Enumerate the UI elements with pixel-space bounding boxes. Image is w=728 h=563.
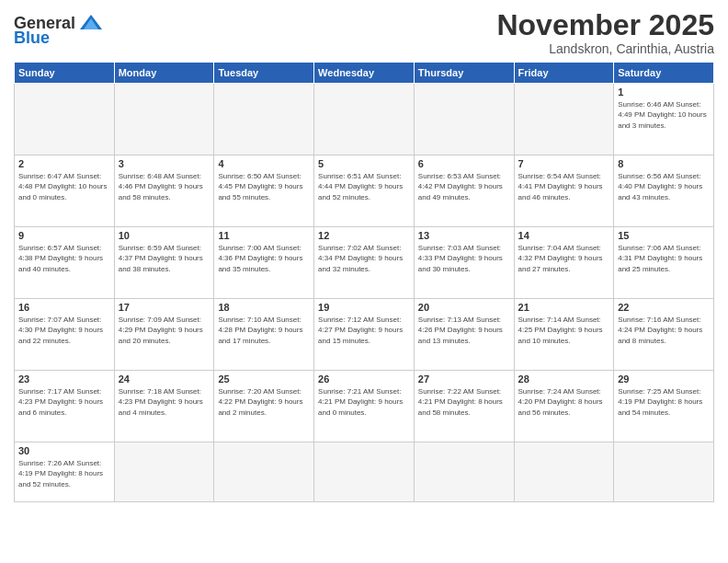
logo: General Blue — [14, 13, 104, 46]
day-number: 2 — [18, 158, 110, 169]
calendar-day: 26Sunrise: 7:21 AM Sunset: 4:21 PM Dayli… — [314, 371, 415, 442]
day-number: 17 — [119, 302, 210, 313]
day-info: Sunrise: 7:21 AM Sunset: 4:21 PM Dayligh… — [318, 386, 410, 418]
day-info: Sunrise: 7:24 AM Sunset: 4:20 PM Dayligh… — [518, 386, 610, 418]
day-number: 18 — [218, 302, 310, 313]
day-number: 6 — [418, 158, 510, 169]
header: General Blue November 2025 Landskron, Ca… — [14, 9, 714, 56]
day-info: Sunrise: 7:10 AM Sunset: 4:28 PM Dayligh… — [218, 315, 310, 346]
day-number: 21 — [518, 302, 610, 313]
day-info: Sunrise: 6:47 AM Sunset: 4:48 PM Dayligh… — [18, 171, 110, 202]
header-saturday: Saturday — [614, 63, 714, 84]
day-number: 14 — [518, 230, 610, 241]
calendar-day: 28Sunrise: 7:24 AM Sunset: 4:20 PM Dayli… — [514, 371, 614, 442]
day-info: Sunrise: 6:57 AM Sunset: 4:38 PM Dayligh… — [18, 243, 110, 274]
header-sunday: Sunday — [15, 63, 115, 84]
day-number: 26 — [318, 373, 410, 385]
day-info: Sunrise: 6:50 AM Sunset: 4:45 PM Dayligh… — [218, 171, 310, 202]
day-number: 11 — [218, 230, 310, 241]
day-number: 28 — [518, 373, 610, 385]
day-info: Sunrise: 7:06 AM Sunset: 4:31 PM Dayligh… — [618, 243, 710, 274]
calendar-day: 8Sunrise: 6:56 AM Sunset: 4:40 PM Daylig… — [614, 155, 714, 227]
day-info: Sunrise: 7:13 AM Sunset: 4:26 PM Dayligh… — [418, 315, 510, 346]
calendar-week-row: 1Sunrise: 6:46 AM Sunset: 4:49 PM Daylig… — [15, 84, 714, 155]
calendar-day: 10Sunrise: 6:59 AM Sunset: 4:37 PM Dayli… — [114, 227, 214, 299]
calendar-day: 30Sunrise: 7:26 AM Sunset: 4:19 PM Dayli… — [15, 442, 115, 502]
calendar-table: Sunday Monday Tuesday Wednesday Thursday… — [14, 62, 714, 502]
day-number: 7 — [518, 158, 610, 169]
day-info: Sunrise: 7:03 AM Sunset: 4:33 PM Dayligh… — [418, 243, 510, 274]
calendar-day: 13Sunrise: 7:03 AM Sunset: 4:33 PM Dayli… — [414, 227, 514, 299]
day-info: Sunrise: 6:48 AM Sunset: 4:46 PM Dayligh… — [119, 171, 210, 202]
header-monday: Monday — [114, 63, 214, 84]
logo-icon — [78, 13, 104, 33]
header-wednesday: Wednesday — [314, 63, 415, 84]
day-info: Sunrise: 7:20 AM Sunset: 4:22 PM Dayligh… — [218, 386, 310, 418]
calendar-day — [114, 84, 214, 155]
day-number: 8 — [618, 158, 710, 169]
day-info: Sunrise: 6:46 AM Sunset: 4:49 PM Dayligh… — [618, 99, 710, 131]
calendar-day: 5Sunrise: 6:51 AM Sunset: 4:44 PM Daylig… — [314, 155, 415, 227]
calendar-day: 4Sunrise: 6:50 AM Sunset: 4:45 PM Daylig… — [214, 155, 314, 227]
header-thursday: Thursday — [414, 63, 514, 84]
day-info: Sunrise: 7:25 AM Sunset: 4:19 PM Dayligh… — [618, 386, 710, 418]
calendar-day — [614, 442, 714, 502]
day-number: 4 — [218, 158, 310, 169]
header-tuesday: Tuesday — [214, 63, 314, 84]
calendar-day: 27Sunrise: 7:22 AM Sunset: 4:21 PM Dayli… — [414, 371, 514, 442]
calendar-day — [314, 84, 415, 155]
day-info: Sunrise: 7:26 AM Sunset: 4:19 PM Dayligh… — [18, 458, 110, 489]
calendar-title: November 2025 — [496, 9, 714, 41]
day-info: Sunrise: 7:14 AM Sunset: 4:25 PM Dayligh… — [518, 315, 610, 346]
day-number: 5 — [318, 158, 410, 169]
calendar-week-row: 23Sunrise: 7:17 AM Sunset: 4:23 PM Dayli… — [15, 371, 714, 442]
day-info: Sunrise: 6:59 AM Sunset: 4:37 PM Dayligh… — [119, 243, 210, 274]
logo-blue: Blue — [14, 29, 50, 46]
day-number: 1 — [618, 86, 710, 98]
calendar-day — [114, 442, 214, 502]
day-info: Sunrise: 6:51 AM Sunset: 4:44 PM Dayligh… — [318, 171, 410, 202]
day-info: Sunrise: 7:18 AM Sunset: 4:23 PM Dayligh… — [119, 386, 210, 418]
day-info: Sunrise: 7:16 AM Sunset: 4:24 PM Dayligh… — [618, 315, 710, 346]
calendar-day: 20Sunrise: 7:13 AM Sunset: 4:26 PM Dayli… — [414, 299, 514, 371]
calendar-day: 22Sunrise: 7:16 AM Sunset: 4:24 PM Dayli… — [614, 299, 714, 371]
calendar-day: 1Sunrise: 6:46 AM Sunset: 4:49 PM Daylig… — [614, 84, 714, 155]
day-number: 9 — [18, 230, 110, 241]
day-info: Sunrise: 6:53 AM Sunset: 4:42 PM Dayligh… — [418, 171, 510, 202]
calendar-day: 24Sunrise: 7:18 AM Sunset: 4:23 PM Dayli… — [114, 371, 214, 442]
calendar-day: 14Sunrise: 7:04 AM Sunset: 4:32 PM Dayli… — [514, 227, 614, 299]
calendar-week-row: 30Sunrise: 7:26 AM Sunset: 4:19 PM Dayli… — [15, 442, 714, 502]
calendar-day: 21Sunrise: 7:14 AM Sunset: 4:25 PM Dayli… — [514, 299, 614, 371]
calendar-week-row: 9Sunrise: 6:57 AM Sunset: 4:38 PM Daylig… — [15, 227, 714, 299]
calendar-day — [414, 442, 514, 502]
day-number: 30 — [18, 445, 110, 456]
calendar-day: 11Sunrise: 7:00 AM Sunset: 4:36 PM Dayli… — [214, 227, 314, 299]
day-number: 22 — [618, 302, 710, 313]
day-info: Sunrise: 7:22 AM Sunset: 4:21 PM Dayligh… — [418, 386, 510, 418]
calendar-day: 12Sunrise: 7:02 AM Sunset: 4:34 PM Dayli… — [314, 227, 415, 299]
calendar-day: 6Sunrise: 6:53 AM Sunset: 4:42 PM Daylig… — [414, 155, 514, 227]
calendar-day: 17Sunrise: 7:09 AM Sunset: 4:29 PM Dayli… — [114, 299, 214, 371]
day-info: Sunrise: 7:04 AM Sunset: 4:32 PM Dayligh… — [518, 243, 610, 274]
day-info: Sunrise: 7:12 AM Sunset: 4:27 PM Dayligh… — [318, 315, 410, 346]
calendar-day: 29Sunrise: 7:25 AM Sunset: 4:19 PM Dayli… — [614, 371, 714, 442]
calendar-subtitle: Landskron, Carinthia, Austria — [496, 41, 714, 56]
title-block: November 2025 Landskron, Carinthia, Aust… — [496, 9, 714, 56]
calendar-day: 18Sunrise: 7:10 AM Sunset: 4:28 PM Dayli… — [214, 299, 314, 371]
day-number: 16 — [18, 302, 110, 313]
day-number: 12 — [318, 230, 410, 241]
calendar-day — [214, 84, 314, 155]
calendar-day — [15, 84, 115, 155]
calendar-day: 15Sunrise: 7:06 AM Sunset: 4:31 PM Dayli… — [614, 227, 714, 299]
day-info: Sunrise: 7:07 AM Sunset: 4:30 PM Dayligh… — [18, 315, 110, 346]
calendar-day: 3Sunrise: 6:48 AM Sunset: 4:46 PM Daylig… — [114, 155, 214, 227]
weekday-header-row: Sunday Monday Tuesday Wednesday Thursday… — [15, 63, 714, 84]
calendar-day: 2Sunrise: 6:47 AM Sunset: 4:48 PM Daylig… — [15, 155, 115, 227]
day-number: 25 — [218, 373, 310, 385]
calendar-day — [214, 442, 314, 502]
day-number: 15 — [618, 230, 710, 241]
calendar-day — [514, 442, 614, 502]
day-info: Sunrise: 7:02 AM Sunset: 4:34 PM Dayligh… — [318, 243, 410, 274]
day-info: Sunrise: 7:09 AM Sunset: 4:29 PM Dayligh… — [119, 315, 210, 346]
day-number: 19 — [318, 302, 410, 313]
